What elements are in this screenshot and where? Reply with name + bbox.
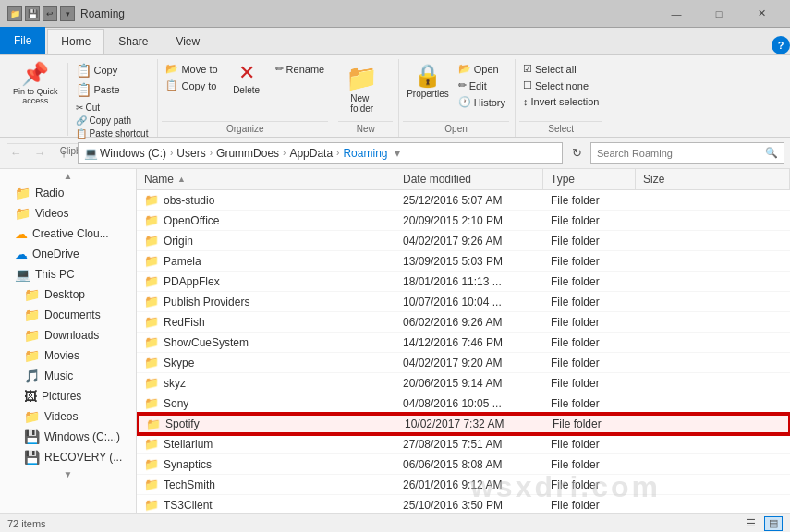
copy-to-button[interactable]: 📋 Copy to: [162, 78, 221, 93]
sidebar-item-recovery[interactable]: 💾 RECOVERY (...: [0, 447, 136, 467]
open-button[interactable]: 📂 Open: [455, 61, 509, 77]
table-row[interactable]: 📁Skype04/02/2017 9:20 AMFile folder: [137, 353, 790, 373]
sidebar-item-movies[interactable]: 📁 Movies: [0, 345, 136, 366]
properties-button[interactable]: 🔒 Properties: [403, 59, 453, 103]
back-button[interactable]: ←: [6, 143, 26, 163]
delete-button[interactable]: ✕ Delete: [224, 61, 270, 97]
table-row[interactable]: 📁Origin04/02/2017 9:26 AMFile folder: [137, 231, 790, 251]
forward-button[interactable]: →: [30, 143, 50, 163]
videos2-folder-icon: 📁: [24, 409, 40, 424]
properties-label: Properties: [407, 89, 449, 99]
table-row[interactable]: 📁Pamela13/09/2015 5:03 PMFile folder: [137, 251, 790, 272]
copy-path-button[interactable]: 🔗 Copy path: [72, 115, 152, 127]
file-date-cell: 13/09/2015 5:03 PM: [395, 255, 543, 268]
table-row[interactable]: 📁obs-studio25/12/2016 5:07 AMFile folder: [137, 190, 790, 211]
cut-button[interactable]: ✂ Cut: [72, 102, 152, 114]
paste-label: Paste: [94, 84, 120, 95]
file-name: skyz: [164, 377, 186, 390]
sidebar-item-radio[interactable]: 📁 Radio: [0, 183, 136, 203]
file-date-cell: 18/01/2016 11:13 ...: [395, 275, 543, 288]
file-date-cell: 14/12/2016 7:46 PM: [395, 336, 543, 349]
edit-button[interactable]: ✏ Edit: [455, 78, 509, 93]
sidebar-documents-label: Documents: [44, 308, 101, 321]
select-all-button[interactable]: ☑ Select all: [519, 61, 602, 77]
table-row[interactable]: 📁TechSmith26/01/2016 9:12 AMFile folder: [137, 475, 790, 495]
file-type-cell: File folder: [543, 194, 636, 207]
sidebar-item-this-pc[interactable]: 💻 This PC: [0, 264, 136, 284]
minimize-button[interactable]: —: [655, 0, 698, 28]
copy-to-label: Copy to: [181, 80, 216, 91]
file-name-cell: 📁OpenOffice: [137, 213, 395, 227]
view-details-button[interactable]: ▤: [764, 516, 783, 531]
col-header-type[interactable]: Type: [543, 169, 636, 189]
pin-to-quick-access-button[interactable]: 📌 Pin to Quickaccess: [7, 59, 64, 109]
open-group-content: 🔒 Properties 📂 Open ✏ Edit 🕐 History: [403, 59, 509, 121]
sidebar-item-videos2[interactable]: 📁 Videos: [0, 406, 136, 427]
invert-selection-button[interactable]: ↕ Invert selection: [519, 94, 602, 109]
clipboard-small-btns: 📋 Copy 📋 Paste ✂ Cut 🔗: [72, 59, 152, 139]
sidebar-item-onedrive[interactable]: ☁ OneDrive: [0, 244, 136, 264]
sidebar-item-windows-c[interactable]: 💾 Windows (C:...): [0, 427, 136, 447]
path-segment-grumm: GrummDoes: [216, 147, 279, 160]
col-header-name[interactable]: Name ▲: [137, 169, 395, 189]
history-button[interactable]: 🕐 History: [455, 94, 509, 110]
table-row[interactable]: 📁OpenOffice20/09/2015 2:10 PMFile folder: [137, 211, 790, 231]
paste-shortcut-button[interactable]: 📋 Paste shortcut: [72, 127, 152, 139]
copy-button[interactable]: 📋 Copy: [72, 61, 152, 79]
col-header-date[interactable]: Date modified: [395, 169, 543, 189]
table-row[interactable]: 📁Stellarium27/08/2015 7:51 AMFile folder: [137, 434, 790, 454]
path-dropdown-icon[interactable]: ▾: [395, 147, 400, 160]
history-icon: 🕐: [458, 96, 471, 108]
sidebar-item-downloads[interactable]: 📁 Downloads: [0, 325, 136, 345]
move-to-button[interactable]: 📂 Move to: [162, 61, 221, 77]
sidebar-item-pictures[interactable]: 🖼 Pictures: [0, 386, 136, 406]
search-box[interactable]: 🔍: [590, 142, 784, 164]
table-row[interactable]: 📁TS3Client25/10/2016 3:50 PMFile folder: [137, 495, 790, 513]
dropdown-icon[interactable]: ▾: [60, 6, 75, 21]
help-button[interactable]: ?: [772, 36, 790, 54]
table-row[interactable]: 📁Publish Providers10/07/2016 10:04 ...Fi…: [137, 292, 790, 312]
search-input[interactable]: [597, 148, 761, 159]
table-row[interactable]: 📁Spotify10/02/2017 7:32 AMFile folder: [137, 414, 790, 434]
up-button[interactable]: ↑: [54, 143, 74, 163]
tab-share[interactable]: Share: [104, 29, 162, 54]
sidebar-item-desktop[interactable]: 📁 Desktop: [0, 284, 136, 305]
table-row[interactable]: 📁RedFish06/02/2016 9:26 AMFile folder: [137, 312, 790, 332]
table-row[interactable]: 📁Synaptics06/06/2015 8:08 AMFile folder: [137, 454, 790, 475]
tab-file[interactable]: File: [0, 27, 45, 54]
tab-view[interactable]: View: [162, 29, 213, 54]
col-header-size[interactable]: Size: [636, 169, 790, 189]
file-type-cell: File folder: [543, 397, 636, 410]
refresh-button[interactable]: ↻: [566, 143, 587, 163]
rename-label: Rename: [286, 64, 325, 75]
table-row[interactable]: 📁skyz20/06/2015 9:14 AMFile folder: [137, 373, 790, 393]
table-row[interactable]: 📁ShowCueSystem14/12/2016 7:46 PMFile fol…: [137, 332, 790, 353]
sidebar-item-videos[interactable]: 📁 Videos: [0, 203, 136, 224]
view-list-button[interactable]: ☰: [742, 516, 760, 531]
path-arrow-1: ›: [170, 148, 173, 158]
new-folder-button[interactable]: 📁 Newfolder: [338, 59, 385, 117]
address-path[interactable]: 💻 Windows (C:) › Users › GrummDoes › App…: [78, 142, 563, 164]
paste-button[interactable]: 📋 Paste: [72, 80, 152, 99]
sidebar-item-documents[interactable]: 📁 Documents: [0, 305, 136, 325]
desktop-folder-icon: 📁: [24, 287, 40, 302]
sidebar-item-creative-cloud[interactable]: ☁ Creative Clou...: [0, 224, 136, 244]
file-date-cell: 06/02/2016 9:26 AM: [395, 316, 543, 329]
table-row[interactable]: 📁Sony04/08/2016 10:05 ...File folder: [137, 393, 790, 414]
select-none-button[interactable]: ☐ Select none: [519, 78, 602, 93]
file-name-cell: 📁Spotify: [139, 417, 397, 431]
maximize-button[interactable]: □: [698, 0, 740, 28]
file-name: Origin: [164, 235, 193, 248]
table-row[interactable]: 📁PDAppFlex18/01/2016 11:13 ...File folde…: [137, 272, 790, 292]
file-name: Skype: [164, 357, 194, 369]
tab-home[interactable]: Home: [47, 29, 104, 54]
cut-icon: ✂: [76, 103, 83, 113]
new-label: New: [338, 121, 393, 137]
close-button[interactable]: ✕: [740, 0, 783, 28]
file-date-cell: 04/08/2016 10:05 ...: [395, 397, 543, 410]
file-name: Stellarium: [164, 438, 213, 451]
rename-button[interactable]: ✏ Rename: [272, 61, 329, 77]
sidebar-item-music[interactable]: 🎵 Music: [0, 366, 136, 386]
file-type-cell: File folder: [543, 214, 636, 227]
search-icon: 🔍: [765, 147, 778, 159]
